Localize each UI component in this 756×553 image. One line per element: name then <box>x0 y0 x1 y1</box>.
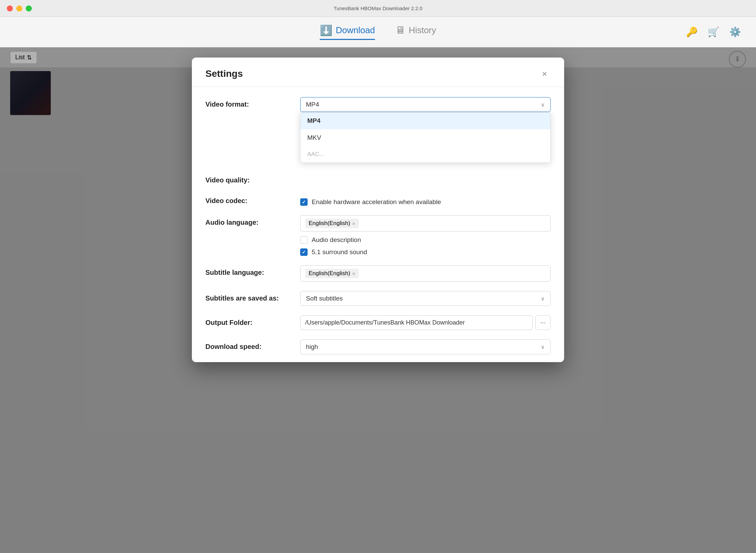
download-speed-select[interactable]: high ∨ <box>300 339 551 354</box>
hardware-acceleration-row: Enable hardware acceleration when availa… <box>300 198 551 206</box>
dropdown-item-mp4[interactable]: MP4 <box>301 112 550 129</box>
maximize-button[interactable] <box>26 5 32 12</box>
subtitles-saved-select[interactable]: Soft subtitles ∨ <box>300 291 551 306</box>
settings-modal: Settings × Video format: MP4 ∨ MP4 <box>192 58 564 362</box>
modal-title: Settings <box>205 68 243 79</box>
download-tab-icon: ⬇️ <box>320 24 332 36</box>
video-codec-row: Video codec: Enable hardware acceleratio… <box>205 194 551 206</box>
download-speed-control: high ∨ <box>300 339 551 354</box>
download-speed-value: high <box>306 343 318 351</box>
dropdown-item-aac[interactable]: AAC... <box>301 146 550 162</box>
folder-row: ··· <box>300 315 551 330</box>
titlebar: TunesBank HBOMax Downloader 2.2.0 <box>0 0 756 17</box>
download-tab-label: Download <box>336 25 375 36</box>
tab-download[interactable]: ⬇️ Download <box>320 24 375 40</box>
hardware-acceleration-label: Enable hardware acceleration when availa… <box>312 198 441 206</box>
audio-language-label: Audio language: <box>205 215 300 226</box>
audio-language-tag-remove[interactable]: × <box>352 221 355 226</box>
video-codec-control: Enable hardware acceleration when availa… <box>300 194 551 206</box>
subtitle-language-tag-value: English(English) <box>309 270 350 277</box>
video-format-row: Video format: MP4 ∨ MP4 MKV AAC... <box>205 97 551 112</box>
surround-sound-checkbox[interactable] <box>300 248 308 256</box>
subtitles-saved-control: Soft subtitles ∨ <box>300 291 551 306</box>
download-speed-label: Download speed: <box>205 339 300 351</box>
surround-sound-label: 5.1 surround sound <box>312 248 367 256</box>
key-icon-button[interactable]: 🔑 <box>684 25 699 40</box>
audio-description-row: Audio description <box>300 236 551 244</box>
output-folder-label: Output Folder: <box>205 315 300 327</box>
browse-folder-button[interactable]: ··· <box>535 315 551 330</box>
app-title: TunesBank HBOMax Downloader 2.2.0 <box>334 5 422 11</box>
subtitle-language-input[interactable]: English(English) × <box>300 265 551 282</box>
audio-language-tag: English(English) × <box>305 219 359 228</box>
video-format-select[interactable]: MP4 ∨ <box>300 97 551 112</box>
subtitle-language-label: Subtitle language: <box>205 265 300 276</box>
download-speed-chevron-icon: ∨ <box>541 344 545 350</box>
subtitles-saved-row: Subtitles are saved as: Soft subtitles ∨ <box>205 291 551 306</box>
surround-sound-row: 5.1 surround sound <box>300 248 551 256</box>
window-controls <box>7 5 32 12</box>
modal-header: Settings × <box>192 58 564 87</box>
audio-language-row: Audio language: English(English) × Audio… <box>205 215 551 256</box>
output-folder-control: ··· <box>300 315 551 330</box>
output-folder-input[interactable] <box>300 315 533 330</box>
cart-icon-button[interactable]: 🛒 <box>706 25 721 40</box>
audio-description-checkbox[interactable] <box>300 236 308 244</box>
video-quality-label: Video quality: <box>205 173 300 184</box>
video-format-dropdown: MP4 MKV AAC... <box>300 112 551 163</box>
modal-body: Video format: MP4 ∨ MP4 MKV AAC... <box>192 87 564 362</box>
subtitle-language-control: English(English) × <box>300 265 551 282</box>
subtitle-language-tag-remove[interactable]: × <box>352 271 355 276</box>
output-folder-row: Output Folder: ··· <box>205 315 551 330</box>
modal-overlay: Settings × Video format: MP4 ∨ MP4 <box>0 47 756 553</box>
audio-language-input[interactable]: English(English) × <box>300 215 551 231</box>
content-area: List ⇅ ⬇ Settings × Video format: M <box>0 47 756 553</box>
video-format-label: Video format: <box>205 97 300 108</box>
subtitles-saved-value: Soft subtitles <box>306 295 343 302</box>
close-button[interactable] <box>7 5 13 12</box>
video-codec-label: Video codec: <box>205 194 300 205</box>
dropdown-item-mkv[interactable]: MKV <box>301 129 550 146</box>
main-nav: ⬇️ Download 🖥 History 🔑 🛒 ⚙️ <box>0 17 756 47</box>
subtitle-language-tag: English(English) × <box>305 269 359 278</box>
nav-right-icons: 🔑 🛒 ⚙️ <box>684 25 742 40</box>
audio-language-control: English(English) × Audio description 5.1… <box>300 215 551 256</box>
subtitles-saved-chevron-icon: ∨ <box>541 295 545 302</box>
settings-icon-button[interactable]: ⚙️ <box>728 25 742 40</box>
video-format-control: MP4 ∨ MP4 MKV AAC... <box>300 97 551 112</box>
audio-language-tag-value: English(English) <box>309 220 350 227</box>
history-tab-icon: 🖥 <box>395 24 405 36</box>
video-format-chevron-icon: ∨ <box>541 102 545 108</box>
hardware-acceleration-checkbox[interactable] <box>300 198 308 206</box>
video-quality-row: Video quality: <box>205 173 551 184</box>
audio-description-label: Audio description <box>312 236 361 244</box>
subtitles-saved-label: Subtitles are saved as: <box>205 291 300 302</box>
history-tab-label: History <box>409 25 436 36</box>
modal-close-button[interactable]: × <box>538 68 551 80</box>
download-speed-row: Download speed: high ∨ <box>205 339 551 354</box>
subtitle-language-row: Subtitle language: English(English) × <box>205 265 551 282</box>
video-format-value: MP4 <box>306 101 319 108</box>
tab-history[interactable]: 🖥 History <box>395 24 436 40</box>
minimize-button[interactable] <box>16 5 22 12</box>
